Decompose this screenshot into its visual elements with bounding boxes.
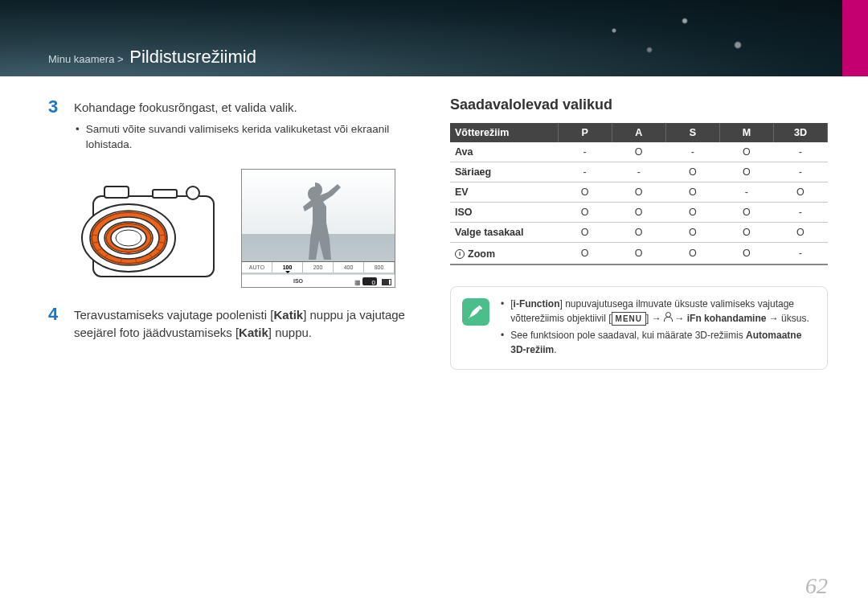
iso-label: ISO: [293, 278, 303, 284]
iso-100: 100: [272, 262, 303, 273]
svg-point-11: [116, 230, 141, 246]
row-label: Säriaeg: [450, 162, 558, 182]
lcd-preview: AUTO 100 200 400 800 ISO ▦ 0: [241, 169, 395, 288]
ev-icon: ▦: [354, 279, 361, 286]
row-cell: O: [773, 182, 827, 203]
row-label: Ava: [450, 142, 558, 162]
lcd-status-row: ISO ▦ 0: [242, 274, 395, 287]
row-cell: -: [773, 243, 827, 264]
row-cell: -: [773, 142, 827, 162]
row-cell: O: [558, 223, 612, 243]
row-cell: O: [719, 223, 773, 243]
options-table: Võtterežiim P A S M 3D Ava-O-O-Säriaeg--…: [450, 123, 828, 265]
row-cell: O: [612, 142, 665, 162]
row-label: Valge tasakaal: [450, 223, 558, 243]
row-cell: O: [719, 203, 773, 223]
row-cell: -: [558, 142, 612, 162]
step-4: 4 Teravustamiseks vajutage poolenisti [K…: [48, 304, 414, 342]
hdr-m: M: [719, 123, 773, 142]
hdr-3d: 3D: [773, 123, 827, 142]
iso-400: 400: [334, 262, 364, 273]
step-3-bullet: Samuti võite suvandi valimiseks kerida v…: [76, 121, 414, 153]
row-cell: O: [612, 223, 665, 243]
row-cell: -: [773, 162, 827, 182]
row-cell: O: [773, 223, 827, 243]
note-box: [i-Function] nupuvajutusega ilmuvate üks…: [450, 286, 828, 370]
table-row-zoom: iZoomOOOO-: [450, 243, 828, 264]
hdr-mode: Võtterežiim: [450, 123, 558, 142]
table-row: ISOOOOO-: [450, 203, 828, 223]
hdr-a: A: [612, 123, 665, 142]
iso-auto: AUTO: [242, 262, 272, 273]
row-cell: O: [612, 243, 665, 264]
table-row: Säriaeg--OO-: [450, 162, 828, 182]
row-cell: -: [773, 203, 827, 223]
row-cell: O: [558, 203, 612, 223]
row-cell: -: [612, 162, 665, 182]
row-cell: O: [719, 162, 773, 182]
table-header-row: Võtterežiim P A S M 3D: [450, 123, 828, 142]
row-cell: O: [719, 142, 773, 162]
hdr-s: S: [665, 123, 719, 142]
hdr-p: P: [558, 123, 612, 142]
step-4-text: Teravustamiseks vajutage poolenisti [Kat…: [74, 304, 414, 342]
note-line-1: [i-Function] nupuvajutusega ilmuvate üks…: [501, 297, 816, 326]
person-icon: [664, 312, 672, 322]
header-band: Minu kaamera > Pildistusrežiimid: [0, 0, 868, 76]
svg-rect-2: [153, 190, 177, 198]
magenta-tab: [842, 0, 868, 76]
row-cell: -: [719, 182, 773, 203]
breadcrumb-prefix: Minu kaamera >: [48, 53, 124, 65]
iso-800: 800: [364, 262, 395, 273]
available-options-title: Saadavalolevad valikud: [450, 96, 828, 113]
illustration-row: AUTO 100 200 400 800 ISO ▦ 0: [72, 169, 414, 289]
table-row: Ava-O-O-: [450, 142, 828, 162]
row-label-zoom: iZoom: [450, 243, 558, 264]
table-row: EVOOO-O: [450, 182, 828, 203]
ev-value: 0: [372, 279, 375, 286]
battery-icon: [382, 279, 391, 285]
page-title: Pildistusrežiimid: [129, 47, 256, 67]
row-cell: O: [719, 243, 773, 264]
menu-icon: MENU: [612, 312, 646, 326]
row-cell: O: [665, 182, 719, 203]
row-cell: O: [558, 182, 612, 203]
row-cell: O: [665, 243, 719, 264]
row-cell: -: [558, 162, 612, 182]
page-number: 62: [805, 573, 828, 599]
step-3: 3 Kohandage fookusrõngast, et valida val…: [48, 96, 414, 161]
row-cell: O: [665, 162, 719, 182]
note-pen-icon: [462, 298, 489, 326]
breadcrumb: Minu kaamera > Pildistusrežiimid: [48, 47, 256, 68]
row-cell: O: [665, 203, 719, 223]
iso-200: 200: [303, 262, 334, 273]
step-number-3: 3: [48, 96, 63, 161]
iso-scale: AUTO 100 200 400 800: [242, 261, 395, 273]
row-label: ISO: [450, 203, 558, 223]
svg-point-3: [186, 187, 199, 199]
row-cell: -: [665, 142, 719, 162]
row-cell: O: [612, 182, 665, 203]
note-line-2: See funktsioon pole saadaval, kui määrat…: [501, 328, 816, 357]
row-cell: O: [558, 243, 612, 264]
row-label: EV: [450, 182, 558, 203]
step-3-text: Kohandage fookusrõngast, et valida valik…: [74, 99, 414, 117]
row-cell: O: [665, 223, 719, 243]
step-number-4: 4: [48, 304, 63, 342]
svg-rect-1: [104, 187, 129, 198]
table-row: Valge tasakaalOOOOO: [450, 223, 828, 243]
person-silhouette: [286, 178, 350, 260]
camera-drawing: [72, 169, 220, 289]
row-cell: O: [612, 203, 665, 223]
